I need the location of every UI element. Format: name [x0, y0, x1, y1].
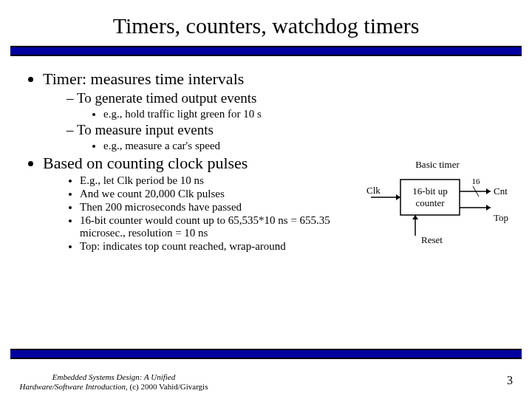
timer-svg: Clk 16-bit up counter 16 Cnt Top Reset: [364, 175, 511, 256]
bullet-car: e.g., measure a car's speed: [103, 140, 365, 152]
diagram-title: Basic timer: [364, 159, 511, 171]
bullet-traffic: e.g., hold traffic light green for 10 s: [103, 108, 365, 120]
bullet-16bit: 16-bit counter would count up to 65,535*…: [80, 214, 365, 239]
bullet-counting: Based on counting clock pulses E.g., let…: [43, 154, 365, 253]
bullet-measure: To measure input events e.g., measure a …: [66, 122, 365, 152]
page-number: 3: [507, 374, 513, 387]
bullet-text: Based on counting clock pulses: [43, 154, 248, 172]
bullet-timer: Timer: measures time intervals To genera…: [43, 69, 365, 152]
bullet-clk10ns: E.g., let Clk period be 10 ns: [80, 174, 365, 187]
bullet-200us: Then 200 microseconds have passed: [80, 201, 365, 214]
svg-marker-7: [486, 205, 491, 211]
svg-marker-9: [412, 215, 418, 219]
bullet-generate: To generate timed output events e.g., ho…: [66, 90, 365, 120]
slide-title: Timers, counters, watchdog timers: [0, 0, 532, 43]
title-rule: [10, 46, 522, 56]
bullet-top: Top: indicates top count reached, wrap-a…: [80, 240, 365, 253]
bullet-text: To measure input events: [77, 122, 214, 137]
bottom-rule: [10, 349, 522, 359]
box-line2: counter: [416, 197, 446, 208]
reset-label: Reset: [421, 234, 443, 245]
footer-line2b: (c) 2000 Vahid/Givargis: [128, 382, 208, 391]
svg-marker-1: [396, 194, 400, 200]
bullet-text: To generate timed output events: [77, 90, 256, 106]
basic-timer-diagram: Basic timer Clk 16-bit up counter 16 Cnt…: [364, 159, 511, 259]
content-area: Timer: measures time intervals To genera…: [0, 56, 375, 253]
top-label: Top: [494, 212, 508, 223]
bullet-20000: And we count 20,000 Clk pulses: [80, 188, 365, 200]
footer-line2a: Hardware/Software Introduction,: [20, 382, 128, 391]
box-line1: 16-bit up: [412, 185, 447, 197]
svg-marker-4: [486, 188, 491, 194]
bullet-text: Timer: measures time intervals: [43, 69, 244, 88]
footer-line1: Embedded Systems Design: A Unified: [52, 372, 175, 381]
cnt-width: 16: [472, 177, 481, 185]
clk-label: Clk: [366, 185, 381, 196]
cnt-label: Cnt: [494, 185, 508, 197]
footer-citation: Embedded Systems Design: A Unified Hardw…: [18, 372, 210, 392]
